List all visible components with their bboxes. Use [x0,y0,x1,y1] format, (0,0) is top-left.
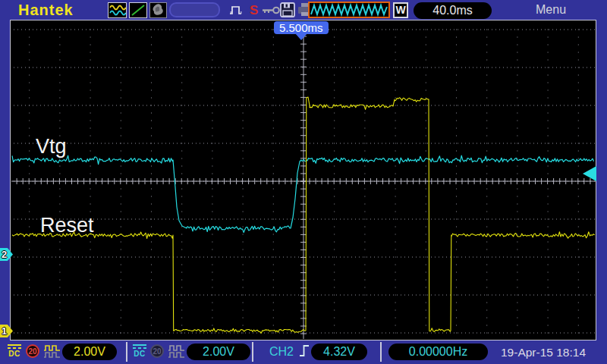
keylock-icon[interactable] [263,6,281,14]
ch1-scale-readout[interactable]: 2.00V [62,344,117,360]
trigger-level-arrow[interactable] [583,166,596,181]
ch1-bw-limit-badge[interactable]: 20 [26,344,39,358]
channels-wave-glyph [109,3,126,17]
ch1-zero-marker[interactable]: 1 [0,325,13,337]
ch2-coupling-dash [133,347,146,349]
ramp-icon[interactable] [129,2,147,18]
ch2-scale-readout[interactable]: 2.00V [187,344,250,360]
stop-indicator: S [250,3,258,18]
ch1-bw-value: 20 [28,347,36,356]
divider [252,342,253,362]
ch1-coupling-label: DC [8,350,20,357]
ch1-marker-number: 1 [0,325,8,337]
reset-label: Reset [40,214,94,237]
divider [126,342,127,362]
ch1-coupling-line [8,344,21,346]
oscilloscope-screen: Hantek S [0,0,607,364]
waveform-window-icon[interactable] [308,2,390,18]
ch1-coupling-icon[interactable]: DC [7,344,22,357]
divider [380,342,382,362]
top-bar: Hantek S [0,0,607,20]
ch1-coupling-dash [8,347,21,349]
ch2-probe-wave-icon[interactable] [168,344,185,359]
ch1-probe-wave-icon[interactable] [43,344,61,359]
ch2-coupling-icon[interactable]: DC [132,344,147,357]
channels-display-icon[interactable] [108,2,127,18]
waveform-window-zigzag [310,3,388,17]
window-mode-badge[interactable]: W [393,2,408,18]
trigger-time-pointer-icon [295,33,307,40]
brand-logo: Hantek [18,2,74,19]
pulse-mode-icon[interactable] [229,3,244,17]
save-icon[interactable] [280,2,295,17]
datetime-readout: 19-Apr-15 18:14 [501,346,586,359]
status-bar: DC 20 2.00V DC 20 2.00V CH2 [0,340,607,364]
hand-icon[interactable] [149,2,167,18]
ch2-bw-value: 20 [153,347,161,356]
menu-button[interactable]: Menu [536,3,566,17]
trigger-time-badge[interactable]: 5.500ms [274,21,329,34]
trigger-source-label[interactable]: CH2 [269,345,294,359]
vtg-label: Vtg [36,135,67,158]
trigger-level-readout[interactable]: 4.32V [311,344,367,360]
timebase-readout[interactable]: 40.0ms [414,2,492,19]
freq-counter-readout[interactable]: 0.00000Hz [388,344,488,360]
ch2-coupling-label: DC [134,350,145,357]
ch2-zero-marker[interactable]: 2 [0,248,13,261]
ch2-bw-limit-badge[interactable]: 20 [150,344,164,358]
ch2-marker-number: 2 [0,249,8,260]
scope-display [10,20,596,340]
trace-vtg [12,155,594,232]
message-box [169,2,220,17]
graticule-and-traces [11,20,596,340]
trigger-slope-icon[interactable] [299,344,310,359]
hand-glyph [150,3,166,17]
ch2-coupling-line [133,344,146,346]
ramp-glyph [130,3,146,17]
